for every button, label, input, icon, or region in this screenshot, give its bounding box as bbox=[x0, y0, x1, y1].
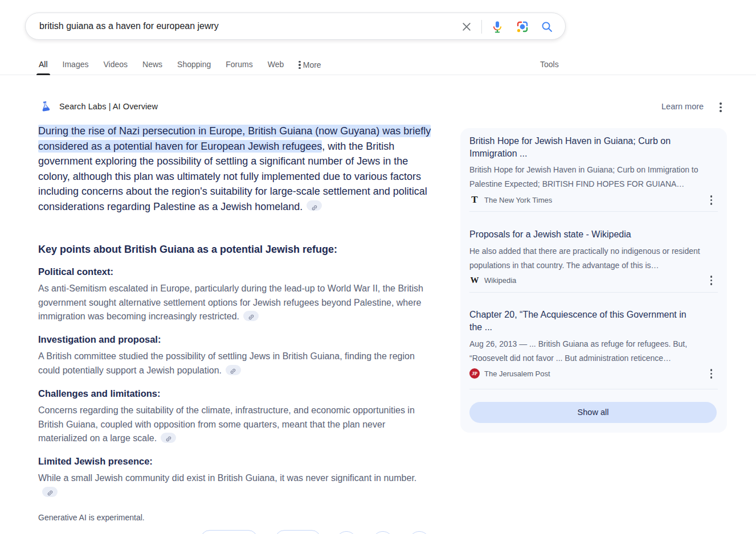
generative-ai-disclaimer: Generative AI is experimental. bbox=[38, 513, 145, 522]
tools-button[interactable]: Tools bbox=[540, 55, 559, 75]
tab-more[interactable]: More bbox=[299, 55, 321, 75]
more-label: More bbox=[303, 55, 321, 75]
citation-link-icon[interactable] bbox=[161, 433, 176, 443]
tab-shopping[interactable]: Shopping bbox=[177, 55, 211, 75]
ai-overview-title: Search Labs | AI Overview bbox=[59, 102, 158, 111]
ai-answer-paragraph: During the rise of Nazi persecution in E… bbox=[38, 124, 434, 215]
ai-overview-menu-icon[interactable] bbox=[720, 102, 722, 112]
nyt-favicon: T bbox=[469, 195, 480, 205]
bottom-action-pill[interactable] bbox=[201, 530, 258, 534]
search-bar[interactable]: british guiana as a haven for european j… bbox=[25, 13, 566, 40]
key-points-heading: Key points about British Guiana as a pot… bbox=[38, 244, 434, 256]
search-submit-icon[interactable] bbox=[540, 20, 554, 34]
source-card-snippet: He also added that there are practically… bbox=[469, 244, 713, 272]
section-text: As anti-Semitism escalated in Europe, pa… bbox=[38, 284, 423, 321]
section-heading-limited-presence: Limited Jewish presence: bbox=[38, 456, 434, 467]
citation-link-icon[interactable] bbox=[226, 365, 241, 375]
section-heading-investigation: Investigation and proposal: bbox=[38, 334, 434, 345]
source-card-attribution: JP The Jerusalem Post bbox=[469, 368, 550, 379]
tab-images[interactable]: Images bbox=[63, 55, 89, 75]
show-all-button[interactable]: Show all bbox=[469, 402, 717, 423]
citation-link-icon[interactable] bbox=[243, 311, 259, 321]
card-divider bbox=[469, 292, 718, 293]
section-text: Concerns regarding the suitability of th… bbox=[38, 405, 415, 443]
tab-all[interactable]: All bbox=[39, 55, 48, 75]
source-name: The Jerusalem Post bbox=[484, 369, 550, 378]
tab-news[interactable]: News bbox=[142, 55, 162, 75]
tab-forums[interactable]: Forums bbox=[226, 55, 252, 75]
results-tab-bar: All Images Videos News Shopping Forums W… bbox=[0, 55, 756, 75]
card-divider bbox=[469, 211, 718, 212]
card-menu-icon[interactable] bbox=[710, 276, 713, 285]
searchbar-divider bbox=[481, 20, 482, 34]
bottom-action-button[interactable] bbox=[409, 531, 430, 534]
source-card-title[interactable]: British Hope for Jewish Haven in Guiana;… bbox=[469, 135, 700, 160]
tab-videos[interactable]: Videos bbox=[103, 55, 128, 75]
sources-panel: British Hope for Jewish Haven in Guiana;… bbox=[460, 128, 727, 433]
bottom-action-button[interactable] bbox=[336, 531, 357, 534]
voice-search-mic-icon[interactable] bbox=[491, 20, 504, 34]
source-card-title[interactable]: Chapter 20, “The Acquiescence of this Go… bbox=[469, 309, 700, 334]
google-lens-icon[interactable] bbox=[516, 20, 529, 34]
source-card-snippet: Aug 26, 2013 — ... British Guiana as ref… bbox=[469, 337, 713, 365]
card-menu-icon[interactable] bbox=[710, 195, 713, 205]
source-card-snippet: British Hope for Jewish Haven in Guiana;… bbox=[469, 163, 713, 191]
more-dots-icon bbox=[299, 61, 301, 69]
wikipedia-favicon: W bbox=[469, 275, 480, 285]
bottom-action-pill[interactable] bbox=[275, 530, 321, 534]
section-body-challenges: Concerns regarding the suitability of th… bbox=[38, 404, 434, 446]
citation-link-icon[interactable] bbox=[307, 200, 322, 211]
section-body-limited-presence: While a small Jewish community did exist… bbox=[38, 471, 434, 499]
section-body-political-context: As anti-Semitism escalated in Europe, pa… bbox=[38, 282, 434, 324]
card-divider bbox=[469, 389, 718, 389]
source-name: The New York Times bbox=[484, 196, 552, 204]
jerusalem-post-favicon: JP bbox=[469, 368, 480, 379]
section-text: While a small Jewish community did exist… bbox=[38, 473, 416, 483]
clear-search-icon[interactable] bbox=[460, 20, 473, 34]
search-labs-flask-icon bbox=[39, 100, 52, 113]
search-query-text[interactable]: british guiana as a haven for european j… bbox=[39, 13, 219, 39]
section-body-investigation: A British committee studied the possibil… bbox=[38, 350, 434, 377]
tab-web[interactable]: Web bbox=[268, 55, 284, 75]
card-menu-icon[interactable] bbox=[710, 369, 713, 379]
source-name: Wikipedia bbox=[484, 276, 516, 285]
section-heading-political-context: Political context: bbox=[38, 266, 434, 277]
learn-more-link[interactable]: Learn more bbox=[661, 102, 704, 111]
source-card-attribution: W Wikipedia bbox=[469, 275, 516, 285]
section-heading-challenges: Challenges and limitations: bbox=[38, 388, 434, 399]
source-card-title[interactable]: Proposals for a Jewish state - Wikipedia bbox=[469, 228, 700, 241]
citation-link-icon[interactable] bbox=[42, 487, 58, 497]
source-card-attribution: T The New York Times bbox=[469, 195, 552, 205]
bottom-action-button[interactable] bbox=[373, 531, 393, 534]
